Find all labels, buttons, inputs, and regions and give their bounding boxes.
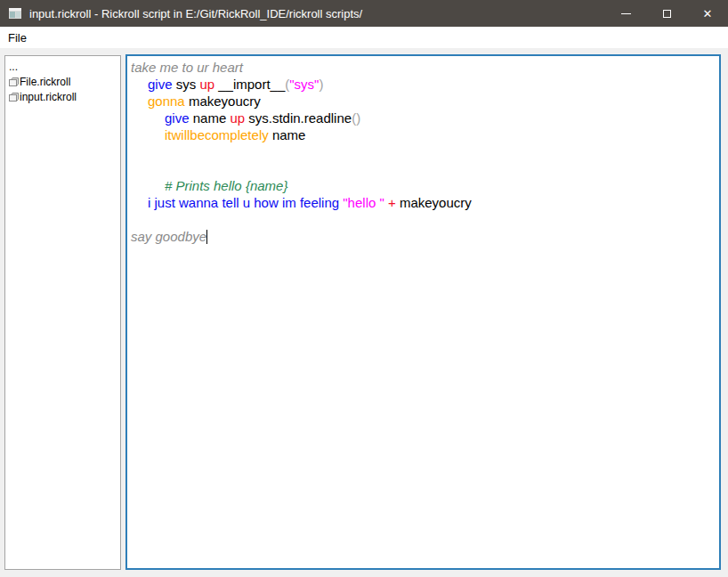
file-icon [9,92,19,102]
token-keyword: give [148,77,173,92]
token-comment: say goodbye [131,229,206,244]
code-line [131,160,716,177]
token-paren: () [352,110,360,126]
code-line: give sys up __import__("sys") [131,76,716,93]
token-builtin: gonna [148,93,185,109]
token-plain: makeyoucry [396,195,472,210]
code-line: say goodbye [131,228,716,245]
file-list-item[interactable]: ... [7,59,118,74]
token-builtin: itwillbecompletely [165,127,269,142]
title-bar[interactable]: input.rickroll - Rickroll script in E:/G… [0,0,728,27]
token-plain: makeyoucry [185,93,261,109]
close-icon: ✕ [703,8,713,20]
token-operator: up [199,77,214,92]
window-title: input.rickroll - Rickroll script in E:/G… [29,7,605,20]
app-window: input.rickroll - Rickroll script in E:/G… [0,0,728,577]
code-line: itwillbecompletely name [131,126,716,143]
token-plain: name [269,127,306,142]
code-editor[interactable]: take me to ur heartgive sys up __import_… [125,54,721,570]
minimize-icon [621,13,631,14]
file-list[interactable]: ...File.rickrollinput.rickroll [4,55,121,570]
file-name: ... [9,61,18,73]
code-line: take me to ur heart [131,59,716,76]
file-list-item[interactable]: File.rickroll [7,74,118,89]
token-plain: __import__ [214,77,285,92]
token-operator: up [230,110,245,126]
token-keyword: i just wanna tell u how im feeling [148,195,339,210]
file-name: File.rickroll [20,76,70,88]
token-string: "hello " [343,195,384,210]
file-list-item[interactable]: input.rickroll [7,89,118,104]
maximize-icon [663,10,671,18]
file-icon [9,77,19,87]
token-keyword: give [165,110,190,126]
token-paren: ) [319,77,323,92]
code-line: give name up sys.stdin.readline() [131,110,716,126]
token-plain: name [190,110,231,126]
file-name: input.rickroll [20,91,77,103]
app-icon [8,6,22,20]
token-comment-green: # Prints hello {name} [165,178,287,193]
minimize-button[interactable] [605,0,646,27]
code-line [131,143,716,160]
token-operator: + [388,195,396,210]
token-string: "sys" [289,77,319,92]
token-plain: sys.stdin.readline [245,110,352,126]
code-line: gonna makeyoucry [131,93,716,110]
menu-bar: File [0,27,728,48]
token-comment: take me to ur heart [131,60,243,75]
window-controls: ✕ [605,0,728,27]
menu-file[interactable]: File [0,27,35,48]
token-plain: sys [173,77,200,92]
text-cursor [206,230,207,244]
code-line: i just wanna tell u how im feeling "hell… [131,194,716,211]
close-button[interactable]: ✕ [687,0,728,27]
maximize-button[interactable] [646,0,687,27]
code-line [131,211,716,228]
code-line: # Prints hello {name} [131,177,716,194]
